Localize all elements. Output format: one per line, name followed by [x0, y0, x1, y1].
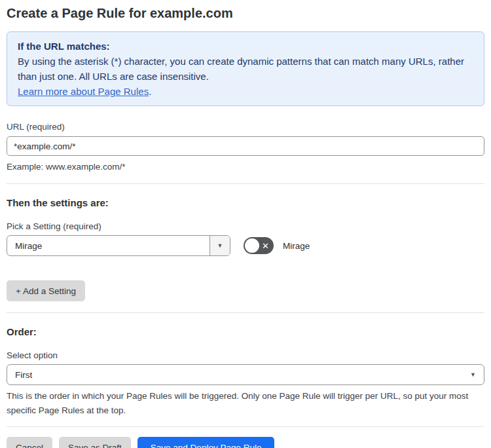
divider — [7, 426, 484, 427]
add-setting-button[interactable]: + Add a Setting — [7, 280, 85, 301]
learn-more-link[interactable]: Learn more about Page Rules — [18, 86, 149, 97]
info-box-link-line: Learn more about Page Rules. — [18, 84, 473, 99]
settings-section-heading: Then the settings are: — [7, 197, 484, 209]
toggle-label: Mirage — [283, 241, 310, 251]
divider — [7, 312, 484, 313]
save-and-deploy-button[interactable]: Save and Deploy Page Rule — [137, 437, 275, 448]
url-field-label: URL (required) — [7, 121, 484, 132]
footer-actions: Cancel Save as Draft Save and Deploy Pag… — [7, 437, 484, 448]
info-box-heading: If the URL matches: — [18, 39, 473, 54]
toggle-off-x-icon: ✕ — [262, 242, 269, 250]
link-suffix: . — [149, 86, 151, 97]
setting-dropdown-value: Mirage — [7, 236, 209, 255]
url-match-info-box: If the URL matches: By using the asteris… — [7, 31, 484, 106]
order-helper-text: This is the order in which your Page Rul… — [7, 389, 478, 418]
caret-down-icon: ▼ — [470, 371, 476, 378]
chevron-down-icon: ▼ — [217, 242, 223, 249]
setting-dropdown[interactable]: Mirage ▼ — [7, 235, 230, 256]
setting-picker-label: Pick a Setting (required) — [7, 221, 484, 232]
cancel-button[interactable]: Cancel — [7, 437, 52, 448]
order-section-heading: Order: — [7, 326, 484, 338]
setting-dropdown-arrow-button[interactable]: ▼ — [209, 236, 230, 255]
order-select-label: Select option — [7, 350, 484, 361]
mirage-toggle[interactable]: ✕ — [244, 237, 274, 254]
setting-row: Mirage ▼ ✕ Mirage — [7, 235, 484, 256]
order-select[interactable]: First ▼ — [7, 364, 484, 385]
order-select-value: First — [15, 370, 470, 380]
url-input[interactable] — [7, 136, 484, 156]
toggle-knob — [245, 238, 259, 253]
info-box-body: By using the asterisk (*) character, you… — [18, 54, 473, 84]
save-as-draft-button[interactable]: Save as Draft — [59, 437, 131, 448]
url-field-helper: Example: www.example.com/* — [7, 160, 484, 174]
divider — [7, 183, 484, 184]
page-title: Create a Page Rule for example.com — [7, 5, 484, 21]
